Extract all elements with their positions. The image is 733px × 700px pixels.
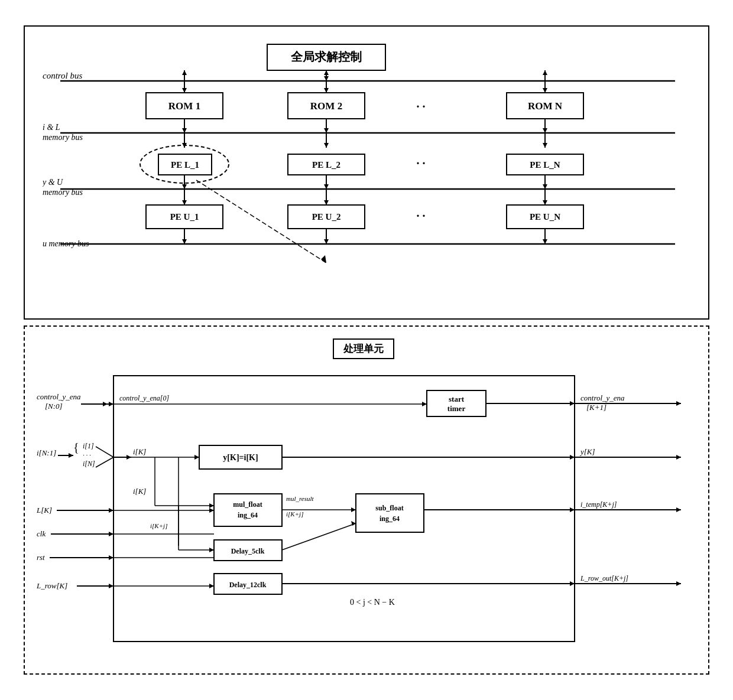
svg-marker-83 [570,401,575,406]
romN-label: ROM N [528,100,563,112]
out-yk: y[K] [579,447,595,456]
dots-i: · · · [83,451,91,458]
svg-marker-59 [321,255,326,263]
input-iN1: i[N:1] [37,448,56,457]
svg-rect-106 [356,494,424,532]
global-control-text: 全局求解控制 [290,50,362,63]
input-clk: clk [37,529,46,538]
pe-l1-label: PE L_1 [171,160,199,170]
mul-float-label1: mul_float [233,500,262,509]
svg-marker-91 [209,503,214,508]
svg-line-66 [96,447,113,457]
svg-rect-93 [214,494,282,526]
iN-label: i[N] [83,460,95,468]
input-lk: L[K] [37,506,52,515]
svg-marker-28 [324,143,329,148]
left-brace: { [73,441,79,454]
svg-line-67 [96,457,113,467]
svg-marker-69 [127,455,131,460]
i1-label: i[1] [83,442,94,450]
svg-marker-63 [103,402,108,406]
bottom-diagram: 处理单元 control_y_ena [N:0] i[N:1] { i[1] ·… [24,325,709,675]
svg-marker-118 [676,581,681,586]
svg-marker-71 [109,508,113,513]
svg-marker-121 [209,548,214,552]
svg-line-100 [282,523,356,550]
svg-marker-73 [109,532,113,536]
svg-rect-78 [113,376,575,642]
control-bus-label: control bus [43,71,83,80]
svg-marker-80 [422,402,427,406]
svg-marker-95 [351,507,356,512]
bottom-diagram-svg: control_y_ena [N:0] i[N:1] { i[1] · · · … [37,370,687,653]
main-wrapper: 全局求解控制 control bus [24,25,709,675]
condition-label: 0 < j < N − K [350,598,395,607]
svg-marker-14 [543,88,547,93]
out-lrowout: L_row_out[K+j] [580,574,628,582]
pe-u1-label: PE U_1 [170,212,199,222]
u-memory-label: u memory bus [43,239,89,248]
rom2-label: ROM 2 [310,100,342,112]
svg-marker-104 [209,584,214,588]
svg-marker-45 [324,200,329,205]
svg-marker-88 [570,455,575,460]
out-itemp: i_temp[K+j] [580,500,617,509]
svg-marker-12 [324,88,329,93]
connector-area [24,320,709,325]
start-timer-label2: timer [447,404,466,413]
svg-marker-114 [676,455,681,460]
mul-result-label: mul_result [286,495,314,502]
pe-lN-label: PE L_N [530,160,560,170]
svg-marker-47 [543,200,547,205]
svg-marker-108 [570,507,575,512]
pe-u-dots: · · [417,209,426,222]
top-diagram: 全局求解控制 control bus [24,25,709,320]
svg-marker-77 [109,584,113,588]
svg-marker-3 [324,70,329,75]
out-k1: [K+1] [586,403,606,412]
control-y-ena-0: control_y_ena[0] [119,394,170,402]
ik-label1: i[K] [133,447,146,456]
input-lrowk: L_row[K] [37,581,67,590]
i-l-label2: memory bus [43,133,83,142]
svg-marker-62 [109,402,113,406]
ik-j-label: i[K+j] [286,510,303,517]
y-u-label1: y & U [43,178,63,187]
delay12-label: Delay_12clk [229,581,267,589]
start-timer-label: start [449,395,465,403]
pe-l-dots: · · [417,157,426,170]
svg-marker-105 [209,508,214,513]
pe-l2-label: PE L_2 [312,160,340,170]
svg-marker-112 [676,401,681,406]
svg-marker-10 [182,88,187,93]
svg-marker-75 [109,555,113,560]
svg-marker-5 [182,70,187,75]
ik-j-label2: i[K+j] [150,522,167,529]
top-diagram-svg: 全局求解控制 control bus [43,38,693,298]
y-k-ik-label: y[K]=i[K] [223,453,258,462]
proc-unit-label: 处理单元 [333,338,394,359]
svg-marker-65 [69,453,73,458]
svg-marker-85 [194,455,199,460]
delay5-label: Delay_5clk [231,547,265,555]
svg-marker-43 [182,200,187,205]
input-n0: [N:0] [45,402,63,411]
i-l-label1: i & L [43,123,60,132]
sub-float-label2: ing_64 [380,515,400,523]
input-rst: rst [37,553,45,562]
svg-marker-7 [543,70,547,75]
sub-float-label1: sub_float [375,504,403,512]
out-control-y-ena: control_y_ena [580,393,625,402]
pe-uN-label: PE U_N [530,212,560,222]
rom-dots: · · [417,100,426,113]
mul-float-label2: ing_64 [238,511,258,519]
input-control-y-ena: control_y_ena [37,392,81,401]
rom1-label: ROM 1 [168,100,200,112]
ik-label2: i[K] [133,487,146,496]
svg-marker-110 [570,581,575,586]
y-u-label2: memory bus [43,188,83,197]
pe-u2-label: PE U_2 [312,212,341,222]
svg-marker-116 [676,507,681,512]
svg-marker-30 [543,143,547,148]
